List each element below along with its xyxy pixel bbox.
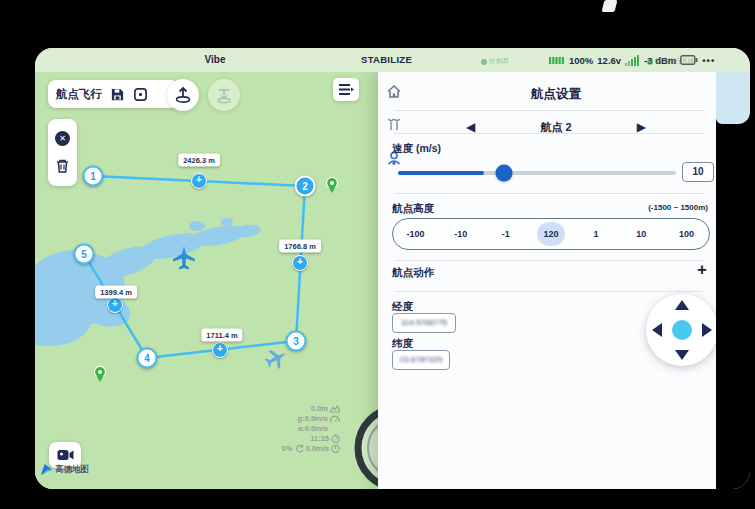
waypoint-marker-5[interactable]: 5 xyxy=(74,244,95,265)
poi-pin[interactable] xyxy=(94,366,107,387)
dpad-center-button[interactable] xyxy=(672,320,692,340)
video-camera-icon xyxy=(57,449,74,461)
panel-title: 航点设置 xyxy=(408,86,704,103)
altitude-step-group: -100 -10 -1 120 1 10 100 xyxy=(392,218,710,250)
latitude-input[interactable]: 23.6787325 xyxy=(392,350,450,370)
waypoint-actions-label: 航点动作 xyxy=(392,266,434,280)
divider xyxy=(394,193,704,194)
battery-voltage: 12.6v xyxy=(597,55,621,66)
waypoint-mode-title: 航点飞行 xyxy=(56,87,102,102)
add-action-button[interactable]: + xyxy=(692,260,712,280)
altitude-step-plus-1[interactable]: 1 xyxy=(582,222,610,246)
battery-percent: 100% xyxy=(569,55,593,66)
altitude-step-plus-10[interactable]: 10 xyxy=(627,222,655,246)
ground-speed-value: g:0.0m/s xyxy=(298,414,328,423)
divider xyxy=(394,260,704,261)
altitude-step-minus-100[interactable]: -100 xyxy=(402,222,430,246)
altitude-value: 0.0m xyxy=(311,404,328,413)
flight-mode-indicator[interactable]: STABILIZE xyxy=(361,48,412,72)
map-canvas[interactable]: 1 2 3 4 5 + + + + 2426.3 m 1766.8 m 1711… xyxy=(35,48,378,489)
poi-ghost-label: 特殊飞行区域 xyxy=(647,57,694,66)
segment-distance-label: 1711.4 m xyxy=(201,329,242,342)
waypoint-marker-4[interactable]: 4 xyxy=(137,348,158,369)
poi-pin[interactable] xyxy=(326,177,339,198)
stopwatch-icon xyxy=(331,434,340,443)
poi-dot-icon xyxy=(647,59,653,65)
battery-bars-icon xyxy=(549,55,565,65)
speed-label: 速度 (m/s) xyxy=(392,142,441,156)
drone-landing-icon xyxy=(215,86,233,104)
bird-landmark-icon xyxy=(262,344,291,372)
map-attribution: 高德地图 xyxy=(40,463,89,476)
app-title: Vibe xyxy=(185,48,245,72)
status-bar: 分水凹 特殊飞行区域 Vibe STABILIZE 100% 12.6v -3 … xyxy=(35,48,750,72)
poi-ghost-label: 分水凹 xyxy=(481,57,509,66)
altitude-step-minus-10[interactable]: -10 xyxy=(447,222,475,246)
waypoint-settings-panel: 航点设置 ◀ 航点 2 ▶ 速度 (m/s) 10 航点高度 (-1500 ~ … xyxy=(378,72,716,489)
longitude-label: 经度 xyxy=(392,300,413,314)
speed-gauge-icon xyxy=(330,415,340,423)
waypoint-marker-3[interactable]: 3 xyxy=(286,331,307,352)
app-frame: 1 2 3 4 5 + + + + 2426.3 m 1766.8 m 1711… xyxy=(0,0,755,509)
latitude-label: 纬度 xyxy=(392,337,413,351)
close-icon[interactable]: ✕ xyxy=(55,131,70,146)
longitude-input[interactable]: 114.5766775 xyxy=(392,313,456,333)
waypoint-marker-2-selected[interactable]: 2 xyxy=(295,176,316,197)
mission-progress-value: 0% xyxy=(282,444,293,453)
telemetry-readout: 0.0m g:0.0m/s a:0.0m/s 11:15 0% 0.0m/s xyxy=(282,404,340,453)
nudge-left-button[interactable] xyxy=(652,323,662,337)
altitude-step-minus-1[interactable]: -1 xyxy=(492,222,520,246)
land-button-disabled[interactable] xyxy=(208,79,240,111)
speed-slider-knob[interactable] xyxy=(496,165,513,182)
screen-edge-mask xyxy=(716,72,750,489)
divider xyxy=(394,133,704,134)
divider xyxy=(394,110,704,111)
upload-mission-button[interactable] xyxy=(167,79,199,111)
lake-shape xyxy=(35,218,262,346)
air-speed-value: a:0.0m/s xyxy=(298,424,328,433)
device-screen: 1 2 3 4 5 + + + + 2426.3 m 1766.8 m 1711… xyxy=(35,48,750,489)
segment-distance-label: 1399.4 m xyxy=(95,286,137,299)
altitude-current-value[interactable]: 120 xyxy=(537,222,565,246)
waypoint-toolbar: 航点飞行 xyxy=(48,80,179,108)
nudge-down-button[interactable] xyxy=(675,350,689,360)
position-nudge-dpad xyxy=(646,294,718,366)
speed-value-input[interactable]: 10 xyxy=(682,162,714,182)
timer-icon xyxy=(331,444,340,453)
map-corner-remnant xyxy=(716,72,750,124)
more-options-button[interactable]: ••• xyxy=(702,55,715,66)
menu-list-icon xyxy=(338,83,354,96)
flight-time-value: 11:15 xyxy=(310,434,329,443)
home-icon[interactable] xyxy=(386,84,402,99)
terrain-icon xyxy=(330,405,340,413)
refresh-icon xyxy=(295,444,304,453)
map-layers-menu-button[interactable] xyxy=(333,78,359,101)
vertical-speed-value: 0.0m/s xyxy=(306,444,329,453)
nudge-right-button[interactable] xyxy=(702,323,712,337)
antenna-icon[interactable] xyxy=(386,117,402,132)
top-overlay-artifact xyxy=(602,0,618,12)
divider xyxy=(394,291,704,292)
altitude-step-plus-100[interactable]: 100 xyxy=(672,222,700,246)
trash-icon[interactable] xyxy=(55,158,70,174)
speed-slider-fill xyxy=(398,171,484,175)
upload-icon xyxy=(174,86,192,104)
altitude-range-note: (-1500 ~ 1500m) xyxy=(648,203,708,212)
insert-waypoint-button[interactable]: + xyxy=(107,297,123,313)
speed-slider[interactable] xyxy=(398,171,676,175)
poi-dot-icon xyxy=(481,59,487,65)
segment-distance-label: 2426.3 m xyxy=(178,154,220,167)
insert-waypoint-button[interactable]: + xyxy=(292,255,308,271)
altitude-label: 航点高度 xyxy=(392,202,434,216)
amap-logo-icon xyxy=(40,463,53,476)
signal-strength-icon xyxy=(625,55,640,66)
map-attribution-text: 高德地图 xyxy=(55,464,89,476)
waypoint-marker-1[interactable]: 1 xyxy=(83,166,104,187)
insert-waypoint-button[interactable]: + xyxy=(191,173,207,189)
save-mission-icon[interactable] xyxy=(110,87,125,102)
segment-distance-label: 1766.8 m xyxy=(279,240,321,253)
load-mission-icon[interactable] xyxy=(133,87,148,102)
nudge-up-button[interactable] xyxy=(675,300,689,310)
edit-tools: ✕ xyxy=(48,119,77,186)
insert-waypoint-button[interactable]: + xyxy=(212,342,228,358)
